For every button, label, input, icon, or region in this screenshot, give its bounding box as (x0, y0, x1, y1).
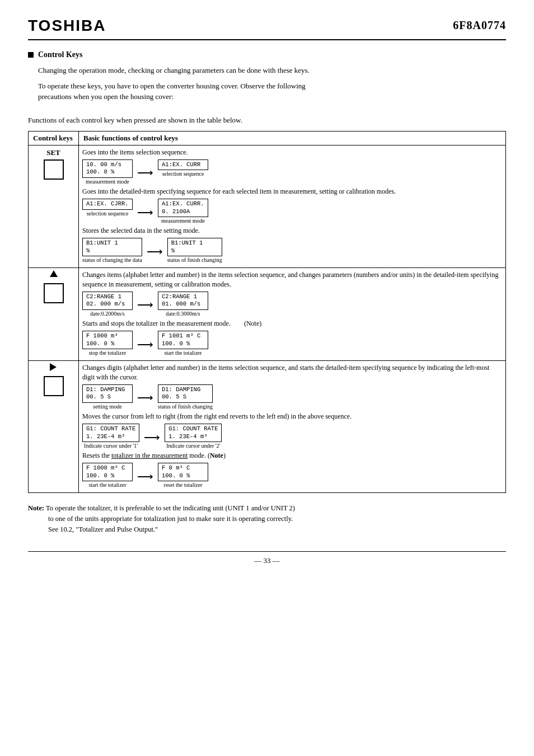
up-func1-right-label: date:0.3000m/s (158, 310, 208, 318)
section-title: Control Keys (38, 50, 82, 59)
up-key-cell (29, 268, 79, 361)
table-row: Changes digits (alphabet letter and numb… (29, 361, 506, 493)
set-func2-right-label: measurement mode (158, 217, 208, 225)
up-func2-right-box: F 1001 m³ C100. 0 % (158, 331, 208, 349)
right-func2-desc: Moves the cursor from left to right (fro… (82, 412, 502, 421)
set-key-functions: Goes into the items selection sequence. … (79, 145, 506, 268)
up-func2-left-label: stop the totalizer (82, 349, 133, 357)
bullet-icon (28, 52, 34, 58)
up-func2-left-box: F 1000 m³100. 0 % (82, 331, 133, 349)
set-func3-right-box: B1:UNIT 1% (167, 238, 222, 256)
set-func1-desc: Goes into the items selection sequence. (82, 148, 502, 157)
table-row: SET Goes into the items selection sequen… (29, 145, 506, 268)
col2-header: Basic functions of control keys (79, 132, 506, 145)
page-number: — 33 — (254, 556, 280, 565)
arrow-icon: ⟶ (136, 468, 154, 484)
note-label: Note: (28, 504, 44, 512)
right-key-label (32, 363, 75, 374)
set-key-cell: SET (29, 145, 79, 268)
arrow-icon: ⟶ (136, 297, 154, 312)
up-key-box (44, 283, 64, 303)
up-func1-right-box: C2:RANGE 101. 000 m/s (158, 292, 208, 310)
right-func3-right-label: reset the totalizer (158, 481, 208, 489)
right-key-cell (29, 361, 79, 493)
right-func2-demo: G1: COUNT RATE1. 23E-4 m³ Indicate curso… (82, 424, 502, 450)
up-func2-demo: F 1000 m³100. 0 % stop the totalizer ⟶ F… (82, 331, 502, 357)
right-func1-right-box: D1: DAMPING00. 5 S (158, 384, 213, 403)
up-func1-demo: C2:RANGE 102. 000 m/s date:0.2000m/s ⟶ C… (82, 292, 502, 318)
set-func3-left-label: status of changing the data (82, 256, 142, 264)
note-text-line3: See 10.2, "Totalizer and Pulse Output." (48, 525, 158, 533)
set-func2-left-box: A1:EX. CJRR. (82, 199, 133, 210)
up-func1-left-box: C2:RANGE 102. 000 m/s (82, 292, 133, 310)
right-func3-demo: F 1000 m³ C100. 0 % start the totalizer … (82, 463, 502, 489)
set-key-label: SET (32, 148, 75, 158)
page-footer: — 33 — (28, 551, 506, 565)
page-header: TOSHIBA 6F8A0774 (28, 17, 506, 40)
right-triangle-icon (50, 363, 57, 371)
intro-paragraph-2: To operate these keys, you have to open … (38, 81, 506, 102)
up-func2-right-label: start the totalizer (158, 349, 208, 357)
right-func3-right-box: F 0 m³ C100. 0 % (158, 463, 208, 481)
right-func1-left-box: D1: DAMPING00. 5 S (82, 384, 133, 403)
set-func3-right-label: status of finish changing (167, 256, 222, 264)
right-func3-desc: Resets the totalizer in the measurement … (82, 451, 502, 461)
arrow-icon: ⟶ (143, 429, 161, 445)
right-func2-left-box: G1: COUNT RATE1. 23E-4 m³ (82, 424, 139, 442)
arrow-icon: ⟶ (146, 243, 164, 259)
arrow-icon: ⟶ (136, 204, 154, 220)
table-row: Changes items (alphabet letter and numbe… (29, 268, 506, 361)
set-func2-desc: Goes into the detailed-item specifying s… (82, 187, 502, 196)
right-func1-demo: D1: DAMPING00. 5 S setting mode ⟶ D1: DA… (82, 384, 502, 411)
right-key-box (44, 376, 64, 396)
section-title-row: Control Keys (28, 50, 506, 59)
col1-header: Control keys (29, 132, 79, 145)
set-func1-left-box: 10. 00 m/s100. 0 % (82, 159, 133, 178)
right-func1-right-label: status of finish changing (158, 403, 213, 411)
up-key-functions: Changes items (alphabet letter and numbe… (79, 268, 506, 361)
set-func2-left-label: selection sequence (82, 210, 133, 218)
up-func2-desc: Starts and stops the totalizer in the me… (82, 319, 502, 328)
set-func1-right-box: A1:EX. CURR (158, 159, 208, 171)
set-func3-desc: Stores the selected data in the setting … (82, 226, 502, 236)
up-key-label (32, 270, 75, 281)
arrow-icon: ⟶ (136, 389, 154, 405)
right-func2-right-label: Indicate cursor under '2' (165, 442, 222, 450)
up-triangle-icon (50, 270, 58, 277)
functions-intro: Functions of each control key when press… (28, 115, 506, 126)
arrow-icon: ⟶ (136, 336, 154, 352)
set-func2-demo: A1:EX. CJRR. selection sequence ⟶ A1:EX.… (82, 199, 502, 225)
note-text: To operate the totalizer, it is preferab… (46, 504, 295, 512)
set-key-box (44, 159, 64, 180)
right-func3-left-box: F 1000 m³ C100. 0 % (82, 463, 133, 481)
right-func2-left-label: Indicate cursor under '1' (82, 442, 139, 450)
set-func3-demo: B1:UNIT 1% status of changing the data ⟶… (82, 238, 502, 264)
up-func1-desc: Changes items (alphabet letter and numbe… (82, 270, 502, 289)
right-func1-desc: Changes digits (alphabet letter and numb… (82, 363, 502, 382)
arrow-icon: ⟶ (136, 165, 154, 180)
right-func1-left-label: setting mode (82, 403, 133, 411)
right-key-functions: Changes digits (alphabet letter and numb… (79, 361, 506, 493)
set-func1-left-label: measurement mode (82, 178, 133, 186)
note-text-line2: to one of the units appropriate for tota… (48, 515, 293, 523)
up-func1-left-label: date:0.2000m/s (82, 310, 133, 318)
right-func3-left-label: start the totalizer (82, 481, 133, 489)
document-number: 6F8A0774 (453, 19, 506, 32)
set-func2-right-box: A1:EX. CURR.0. 2100A (158, 199, 208, 217)
note-section: Note: To operate the totalizer, it is pr… (28, 503, 506, 534)
set-func1-right-label: selection sequence (158, 170, 208, 178)
set-func3-left-box: B1:UNIT 1% (82, 238, 142, 256)
set-func1-demo: 10. 00 m/s100. 0 % measurement mode ⟶ A1… (82, 159, 502, 186)
intro-paragraph-1: Changing the operation mode, checking or… (38, 65, 506, 76)
control-keys-table: Control keys Basic functions of control … (28, 131, 506, 493)
right-func2-right-box: G1: COUNT RATE1. 23E-4 m³ (165, 424, 222, 442)
brand-logo: TOSHIBA (28, 17, 106, 35)
